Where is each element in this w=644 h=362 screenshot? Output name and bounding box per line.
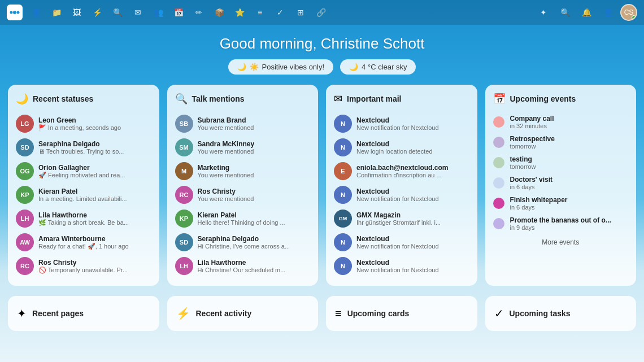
event-time: in 6 days bbox=[510, 204, 629, 211]
more-events-link[interactable]: More events bbox=[493, 238, 629, 246]
item-text: Amara WinterbourneReady for a chat! 🚀, 1… bbox=[38, 235, 151, 250]
list-item[interactable]: NNextcloudNew notification for Nextcloud bbox=[334, 112, 469, 136]
mail-header-icon: ✉ bbox=[334, 93, 342, 105]
list-item[interactable]: SBSubrana BrandYou were mentioned bbox=[175, 112, 311, 136]
recent-statuses-card: 🌙 Recent statuses LGLeon Green🚩 In a mee… bbox=[8, 85, 159, 286]
list-item[interactable]: SDSeraphina DelgadoHi Christine, I've co… bbox=[175, 230, 311, 254]
event-item[interactable]: Finish whitepaperin 6 days bbox=[493, 193, 629, 213]
item-sub: You were mentioned bbox=[198, 148, 311, 155]
item-avatar: SD bbox=[175, 233, 193, 251]
nav-icon-tasks[interactable]: ✓ bbox=[271, 3, 289, 21]
item-avatar: N bbox=[334, 233, 352, 251]
event-item[interactable]: Doctors' visitin 6 days bbox=[493, 173, 629, 193]
user-avatar[interactable]: CS bbox=[620, 4, 637, 21]
list-item[interactable]: SMSandra McKinneyYou were mentioned bbox=[175, 136, 311, 159]
nav-icon-notes[interactable]: ✏ bbox=[190, 3, 208, 21]
nav-icon-packages[interactable]: 📦 bbox=[210, 3, 228, 21]
statuses-list: LGLeon Green🚩 In a meeting, seconds agoS… bbox=[16, 112, 151, 278]
list-item[interactable]: KPKieran PatelHello there! Thinking of d… bbox=[175, 207, 311, 230]
nav-icon-mail[interactable]: ✉ bbox=[129, 3, 147, 21]
item-name: Nextcloud bbox=[356, 140, 469, 148]
nav-new-icon[interactable]: ✦ bbox=[534, 3, 552, 21]
nav-icon-grid[interactable]: ⊞ bbox=[291, 3, 310, 21]
nav-search-icon[interactable]: 🔍 bbox=[556, 3, 574, 21]
upcoming-cards-card[interactable]: ≡ Upcoming cards bbox=[326, 296, 477, 331]
event-item[interactable]: Promote the bananas out of o...in 9 days bbox=[493, 213, 629, 234]
list-item[interactable]: NNextcloudNew notification for Nextcloud bbox=[334, 183, 469, 207]
item-avatar: LH bbox=[16, 210, 34, 228]
nav-icon-link[interactable]: 🔗 bbox=[312, 3, 330, 21]
list-item[interactable]: NNextcloudNew notification for Nextcloud bbox=[334, 230, 469, 254]
item-avatar: N bbox=[334, 186, 352, 204]
weather-pill[interactable]: 🌙 4 °C clear sky bbox=[340, 59, 416, 75]
item-text: NextcloudNew notification for Nextcloud bbox=[356, 235, 469, 250]
talk-mentions-card: 🔍 Talk mentions SBSubrana BrandYou were … bbox=[167, 85, 319, 286]
nav-icon-starred[interactable]: ⭐ bbox=[230, 3, 249, 21]
list-item[interactable]: RCRos ChristyYou were mentioned bbox=[175, 183, 311, 207]
recent-activity-card[interactable]: ⚡ Recent activity bbox=[167, 296, 319, 331]
list-item[interactable]: Eeniola.bach@nextcloud.comConfirmation d… bbox=[334, 159, 469, 183]
list-item[interactable]: NNextcloudNew login location detected bbox=[334, 136, 469, 159]
item-name: Seraphina Delgado bbox=[38, 140, 151, 148]
event-color-dot bbox=[493, 157, 504, 168]
item-name: Marketing bbox=[198, 164, 311, 172]
list-item[interactable]: AWAmara WinterbourneReady for a chat! 🚀,… bbox=[16, 230, 151, 254]
bottom-bar: ✦ Recent pages ⚡ Recent activity ≡ Upcom… bbox=[0, 290, 644, 331]
nav-icon-contacts[interactable]: 👥 bbox=[149, 3, 167, 21]
nav-icon-calendar[interactable]: 📅 bbox=[169, 3, 188, 21]
item-text: GMX MagazinIhr günstiger Stromtarif inkl… bbox=[356, 211, 469, 226]
list-item[interactable]: LGLeon Green🚩 In a meeting, seconds ago bbox=[16, 112, 151, 136]
item-sub: Hello there! Thinking of doing ... bbox=[198, 219, 311, 226]
item-avatar: OG bbox=[16, 162, 34, 180]
list-item[interactable]: KPKieran PatelIn a meeting. Limited avai… bbox=[16, 183, 151, 207]
greeting-title: Good morning, Christine Schott bbox=[0, 35, 644, 53]
upcoming-cards-icon: ≡ bbox=[335, 307, 342, 320]
item-name: Amara Winterbourne bbox=[38, 235, 151, 243]
event-text: testingtomorrow bbox=[510, 155, 629, 170]
item-sub: Ready for a chat! 🚀, 1 hour ago bbox=[38, 243, 151, 250]
item-name: Leon Green bbox=[38, 116, 151, 124]
app-logo[interactable] bbox=[7, 5, 23, 20]
nav-icon-list[interactable]: ≡ bbox=[251, 3, 269, 21]
nav-icon-photos[interactable]: 🖼 bbox=[68, 3, 86, 21]
event-item[interactable]: Company callin 32 minutes bbox=[493, 112, 629, 132]
event-text: Doctors' visitin 6 days bbox=[510, 176, 629, 190]
upcoming-tasks-card[interactable]: ✓ Upcoming tasks bbox=[485, 296, 637, 331]
talk-mentions-title: Talk mentions bbox=[192, 94, 245, 103]
nav-icon-profile[interactable]: 👤 bbox=[27, 3, 45, 21]
upcoming-events-title: Upcoming events bbox=[510, 94, 576, 103]
list-item[interactable]: SDSeraphina Delgado🖥 Tech troubles. Tryi… bbox=[16, 136, 151, 159]
svg-point-1 bbox=[10, 11, 13, 14]
item-name: Lila Hawthorne bbox=[198, 259, 311, 267]
list-item[interactable]: MMarketingYou were mentioned bbox=[175, 159, 311, 183]
event-time: in 6 days bbox=[510, 184, 629, 190]
event-item[interactable]: Retrospectivetomorrow bbox=[493, 132, 629, 152]
list-item[interactable]: OGOrion Gallagher🚀 Feeling motivated and… bbox=[16, 159, 151, 183]
weather-label: 4 °C clear sky bbox=[362, 63, 407, 71]
item-name: Orion Gallagher bbox=[38, 164, 151, 172]
nav-icon-files[interactable]: 📁 bbox=[47, 3, 66, 21]
event-time: in 9 days bbox=[510, 224, 629, 231]
item-avatar: N bbox=[334, 138, 352, 156]
nav-icon-activity[interactable]: ⚡ bbox=[88, 3, 106, 21]
item-name: Nextcloud bbox=[356, 259, 469, 267]
upcoming-events-header: 📅 Upcoming events bbox=[493, 93, 629, 105]
list-item[interactable]: GMGMX MagazinIhr günstiger Stromtarif in… bbox=[334, 207, 469, 230]
item-text: Kieran PatelHello there! Thinking of doi… bbox=[198, 211, 311, 226]
list-item[interactable]: NNextcloudNew notification for Nextcloud bbox=[334, 254, 469, 278]
mood-pill[interactable]: 🌙 ☀️ Positive vibes only! bbox=[228, 59, 334, 75]
list-item[interactable]: LHLila HawthorneHi Christine! Our schedu… bbox=[175, 254, 311, 278]
list-item[interactable]: LHLila Hawthorne🌿 Taking a short break. … bbox=[16, 207, 151, 230]
recent-pages-card[interactable]: ✦ Recent pages bbox=[8, 296, 159, 331]
item-avatar: E bbox=[334, 162, 352, 180]
event-item[interactable]: testingtomorrow bbox=[493, 152, 629, 173]
list-item[interactable]: RCRos Christy🚫 Temporarily unavailable. … bbox=[16, 254, 151, 278]
item-name: Kieran Patel bbox=[38, 187, 151, 195]
item-name: Nextcloud bbox=[356, 187, 469, 195]
nav-notifications-icon[interactable]: 🔔 bbox=[577, 3, 595, 21]
main-grid: 🌙 Recent statuses LGLeon Green🚩 In a mee… bbox=[0, 85, 644, 286]
important-mail-card: ✉ Important mail NNextcloudNew notificat… bbox=[326, 85, 477, 286]
nav-icon-search[interactable]: 🔍 bbox=[108, 3, 127, 21]
nav-settings-icon[interactable]: 👤 bbox=[599, 3, 617, 21]
item-sub: New notification for Nextcloud bbox=[356, 195, 469, 202]
